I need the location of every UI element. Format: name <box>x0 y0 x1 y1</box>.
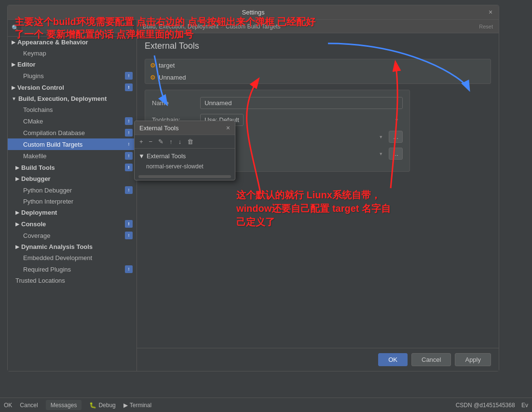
search-bar: 🔍 <box>8 20 136 37</box>
sidebar-item-cmake[interactable]: CMake ! <box>8 115 136 127</box>
arrow-icon: ▶ <box>15 176 19 181</box>
sidebar-item-python-interpreter[interactable]: Python Interpreter <box>8 196 136 207</box>
plugins-badge: ! <box>125 72 133 80</box>
breadcrumb: Build, Execution, Deployment > Custom Bu… <box>137 20 499 33</box>
sidebar-item-console[interactable]: ▶ Console ! <box>8 218 136 230</box>
sidebar-item-dynamic-analysis[interactable]: ▶ Dynamic Analysis Tools <box>8 241 136 252</box>
debug-tab[interactable]: 🐛 Debug <box>89 402 115 409</box>
breadcrumb-part2: Custom Build Targets <box>226 23 281 30</box>
buildtools-badge: ! <box>125 164 133 171</box>
bottom-cancel-button[interactable]: Cancel <box>20 402 38 409</box>
sidebar-item-appearance[interactable]: ▶ Appearance & Behavior <box>8 37 136 48</box>
arrow-icon: ▶ <box>15 165 19 170</box>
bottom-ok-button[interactable]: OK <box>4 402 12 409</box>
move-down-button[interactable]: ↓ <box>177 137 184 146</box>
target-item[interactable]: ⚙ target <box>145 59 491 71</box>
reset-link[interactable]: Reset <box>479 24 493 29</box>
sidebar-item-debugger[interactable]: ▶ Debugger <box>8 173 136 184</box>
external-tools-close-button[interactable]: × <box>226 124 230 132</box>
unnamed-target-item[interactable]: ⚙ Unnamed <box>145 71 491 83</box>
sidebar-item-python-debugger[interactable]: Python Debugger ! <box>8 184 136 196</box>
name-label: Name <box>152 99 195 107</box>
sidebar-item-custom-build-targets[interactable]: Custom Build Targets ! <box>8 138 136 150</box>
ext-tools-scrollbar[interactable] <box>138 175 231 178</box>
dialog-footer: OK Cancel Apply <box>137 348 499 371</box>
sidebar-item-build-tools[interactable]: ▶ Build Tools ! <box>8 162 136 173</box>
messages-tab[interactable]: Messages <box>46 400 82 410</box>
settings-sidebar: 🔍 ▶ Appearance & Behavior Keymap ▶ Edito… <box>8 20 137 371</box>
cancel-label: Cancel <box>20 402 38 409</box>
sidebar-item-label: Required Plugins <box>23 266 71 273</box>
sidebar-item-label: Custom Build Targets <box>23 141 82 148</box>
cmake-badge: ! <box>125 117 133 125</box>
arrow-icon: ▶ <box>15 221 19 227</box>
settings-body: 🔍 ▶ Appearance & Behavior Keymap ▶ Edito… <box>8 20 499 371</box>
sidebar-item-compilation-db[interactable]: Compilation Database ! <box>8 127 136 138</box>
sidebar-item-label: Coverage <box>23 232 50 239</box>
cbt-badge: ! <box>125 140 133 148</box>
arrow-icon: ▼ <box>12 96 16 101</box>
compdb-badge: ! <box>125 129 133 137</box>
ext-tools-tree: ▼ External Tools normal-server-slowdet <box>135 149 235 173</box>
sidebar-item-trusted-locations[interactable]: Trusted Locations <box>8 275 136 286</box>
ext-tools-group[interactable]: ▼ External Tools <box>135 151 235 162</box>
apply-button[interactable]: Apply <box>455 353 491 366</box>
sidebar-item-version-control[interactable]: ▶ Version Control ! <box>8 82 136 93</box>
sidebar-item-editor[interactable]: ▶ Editor <box>8 59 136 70</box>
reqplugins-badge: ! <box>125 265 133 273</box>
ok-label: OK <box>4 402 12 409</box>
sidebar-item-label: CMake <box>23 118 43 125</box>
search-input[interactable] <box>22 23 133 33</box>
sidebar-item-plugins[interactable]: Plugins ! <box>8 70 136 82</box>
gear-icon: ⚙ <box>150 62 156 69</box>
settings-close-button[interactable]: × <box>486 8 495 16</box>
sidebar-item-keymap[interactable]: Keymap <box>8 48 136 59</box>
sidebar-item-toolchains[interactable]: Toolchains <box>8 104 136 115</box>
external-tools-modal: External Tools × + − ✎ ↑ ↓ 🗑 ▼ External … <box>134 121 235 180</box>
add-tool-button[interactable]: + <box>137 137 145 146</box>
external-tools-title: External Tools <box>139 124 178 132</box>
cancel-button[interactable]: Cancel <box>411 353 451 366</box>
sidebar-item-label: Build Tools <box>21 164 55 171</box>
settings-titlebar: Settings × <box>8 5 499 20</box>
sidebar-item-label: Version Control <box>17 84 64 91</box>
sidebar-item-coverage[interactable]: Coverage ! <box>8 230 136 241</box>
sidebar-item-label: Python Debugger <box>23 187 72 194</box>
pydbg-badge: ! <box>125 186 133 194</box>
arrow-icon: ▶ <box>15 210 19 215</box>
sidebar-item-deployment[interactable]: ▶ Deployment <box>8 207 136 218</box>
ev-label: Ev <box>521 402 528 409</box>
breadcrumb-part1: Build, Execution, Deployment <box>143 23 218 30</box>
gear-icon: ⚙ <box>150 74 156 81</box>
settings-dialog: Settings × 🔍 ▶ Appearance & Behavior Key… <box>7 5 499 371</box>
ok-button[interactable]: OK <box>378 353 408 366</box>
sidebar-item-label: Python Interpreter <box>23 198 73 205</box>
edit-tool-button[interactable]: ✎ <box>156 137 165 146</box>
terminal-tab[interactable]: ▶ Terminal <box>123 402 151 409</box>
terminal-icon: ▶ <box>123 402 128 409</box>
arrow-icon: ▶ <box>15 244 19 249</box>
sidebar-item-embedded-dev[interactable]: Embedded Development <box>8 252 136 263</box>
build-dots-button[interactable]: ... <box>389 131 403 143</box>
settings-title: Settings <box>242 9 265 16</box>
remove-tool-button[interactable]: − <box>147 137 155 146</box>
content-area: External Tools ⚙ target ⚙ Unnamed Name <box>137 33 499 348</box>
sidebar-item-required-plugins[interactable]: Required Plugins ! <box>8 263 136 275</box>
watermark-text: CSDN @d1451545368 <box>456 402 515 409</box>
ext-tools-child-label: normal-server-slowdet <box>146 163 204 170</box>
delete-tool-button[interactable]: 🗑 <box>185 137 195 146</box>
sidebar-item-label: Build, Execution, Deployment <box>18 95 107 102</box>
sidebar-item-makefile[interactable]: Makefile ! <box>8 150 136 162</box>
sidebar-item-build-execution[interactable]: ▼ Build, Execution, Deployment <box>8 93 136 104</box>
ext-tools-child-item[interactable]: normal-server-slowdet <box>135 162 235 171</box>
sidebar-item-label: Plugins <box>23 72 44 80</box>
ext-tools-toolbar: + − ✎ ↑ ↓ 🗑 <box>135 135 235 149</box>
console-badge: ! <box>125 220 133 228</box>
collapse-arrow-icon: ▼ <box>138 152 145 160</box>
coverage-badge: ! <box>125 232 133 239</box>
move-up-button[interactable]: ↑ <box>167 137 175 146</box>
clean-dots-button[interactable]: ... <box>389 148 403 160</box>
name-input[interactable] <box>200 97 403 109</box>
target-list: ⚙ target ⚙ Unnamed <box>145 59 491 84</box>
section-title: External Tools <box>145 41 491 51</box>
